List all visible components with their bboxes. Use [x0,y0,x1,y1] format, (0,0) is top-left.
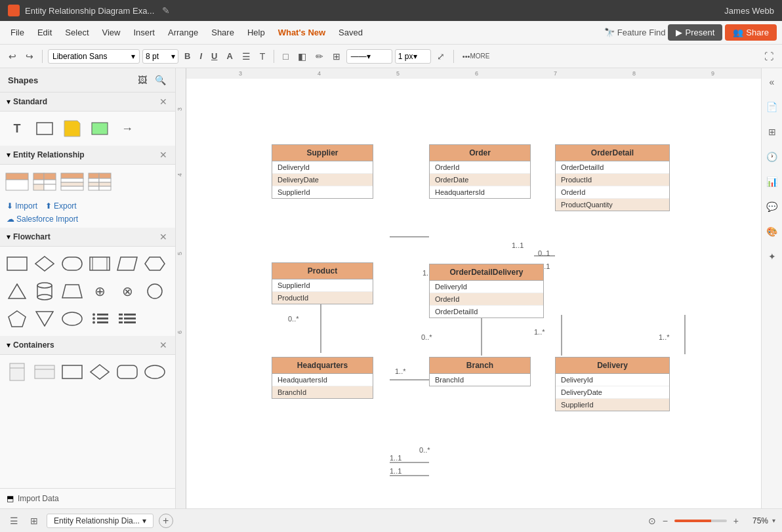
er-section-close[interactable]: ✕ [158,150,169,160]
redo-button[interactable]: ↪ [22,49,37,64]
bold-button[interactable]: B [181,49,194,63]
italic-button[interactable]: I [196,49,205,63]
arrow-shape[interactable]: → [115,117,139,140]
layers-icon[interactable]: ⊞ [764,123,781,140]
menu-help[interactable]: Help [242,25,270,40]
share-button[interactable]: 👥 Share [725,24,777,41]
text-style-button[interactable]: T [257,49,269,64]
fc-rounded[interactable] [60,252,84,276]
menu-insert[interactable]: Insert [128,25,160,40]
comments-icon[interactable]: 💬 [764,198,781,215]
zoom-slider[interactable] [674,520,727,522]
underline-button[interactable]: U [208,49,220,63]
fc-trapezoid[interactable] [60,279,84,303]
import-button[interactable]: ⬇ Import [7,201,37,211]
order-entity[interactable]: Order OrderId OrderDate HeadquartersId [429,144,531,199]
shapes-search-icon[interactable]: 🔍 [154,73,167,87]
font-size-selector[interactable]: 8 pt ▾ [142,49,178,64]
shapes-image-icon[interactable]: 🖼 [136,73,148,87]
canvas-content[interactable]: 1..* 0..* 1..1 0..1 0..1 0..* 1..* 1..* … [186,79,761,508]
shape-fill-button[interactable]: □ [279,49,291,64]
containers-section-header[interactable]: ▾ Containers ✕ [0,336,175,355]
er-shape-1[interactable] [5,170,29,194]
fc-pentagon[interactable] [5,307,29,331]
menu-whats-new[interactable]: What's New [273,25,331,40]
fill-color-button[interactable]: ◧ [295,49,310,64]
branch-entity[interactable]: Branch BranchId [429,357,531,386]
fc-hexagon[interactable] [143,252,167,276]
menu-edit[interactable]: Edit [32,25,57,40]
extras-icon[interactable]: ✦ [764,248,781,265]
menu-view[interactable]: View [97,25,126,40]
flowchart-section-header[interactable]: ▾ Flowchart ✕ [0,228,175,247]
align-left-button[interactable]: ☰ [239,49,254,64]
menu-select[interactable]: Select [60,25,94,40]
feature-find-button[interactable]: 🔭 Feature Find [604,28,666,37]
fc-double-list[interactable] [115,307,139,331]
menu-file[interactable]: File [5,25,30,40]
present-button[interactable]: ▶ Present [668,24,722,41]
ct-diamond[interactable] [88,360,112,384]
ct-rounded-rect[interactable] [115,360,139,384]
zoom-dropdown-icon[interactable]: ▾ [772,517,775,524]
er-shape-2[interactable] [33,170,56,194]
rect-shape[interactable] [33,117,56,140]
fc-oval[interactable] [60,307,84,331]
bottom-list-view-button[interactable]: ☰ [7,514,22,528]
product-entity[interactable]: Product SupplierId ProductId [272,262,373,304]
standard-section-close[interactable]: ✕ [158,96,169,107]
colored-rect-shape[interactable] [88,117,112,140]
fc-triangle[interactable] [5,279,29,303]
pages-icon[interactable]: 📄 [764,98,781,115]
add-page-button[interactable]: + [159,514,173,528]
fc-list-lines[interactable] [88,307,112,331]
font-family-selector[interactable]: Liberation Sans ▾ [48,49,140,64]
orderdetail-entity[interactable]: OrderDetail OrderDetailId ProductId Orde… [555,144,670,211]
export-button[interactable]: ⬆ Export [45,201,77,211]
line-style-selector[interactable]: —— ▾ [346,49,392,64]
bottom-grid-view-button[interactable]: ⊞ [27,514,41,528]
fc-inv-triangle[interactable] [33,307,56,331]
zoom-in-button[interactable]: + [731,514,741,527]
import-data-bar[interactable]: ⬒ Import Data [0,488,175,508]
orderdetaildelivery-entity[interactable]: OrderDetailDelivery DeliveryId OrderId O… [429,264,544,318]
edit-title-icon[interactable]: ✎ [162,5,170,16]
undo-button[interactable]: ↩ [5,49,20,64]
style-icon[interactable]: 🎨 [764,223,781,240]
font-color-button[interactable]: A [223,49,236,63]
zoom-out-button[interactable]: − [660,514,670,527]
er-section-header[interactable]: ▾ Entity Relationship ✕ [0,146,175,165]
text-shape[interactable]: T [5,117,29,140]
containers-section-close[interactable]: ✕ [158,340,169,350]
fc-cross[interactable]: ⊗ [115,279,139,303]
salesforce-button[interactable]: ☁ Salesforce Import [0,215,175,228]
ct-oval[interactable] [143,360,167,384]
fc-diamond[interactable] [33,252,56,276]
flowchart-section-close[interactable]: ✕ [158,232,169,242]
fc-rect[interactable] [5,252,29,276]
line-width-selector[interactable]: 1 px ▾ [395,49,431,64]
canvas-area[interactable]: 3 4 5 6 7 8 9 3 4 5 6 [176,68,761,508]
note-shape[interactable] [60,117,84,140]
format-panel-icon[interactable]: 📊 [764,173,781,190]
line-color-button[interactable]: ✏ [312,49,327,64]
ct-shape-1[interactable] [5,360,29,384]
collapse-panel-button[interactable]: « [764,73,781,91]
menu-arrange[interactable]: Arrange [163,25,203,40]
history-icon[interactable]: 🕐 [764,148,781,165]
fc-cylinder[interactable] [33,279,56,303]
ct-shape-2[interactable] [33,360,56,384]
er-shape-4[interactable] [88,170,112,194]
ct-shape-3[interactable] [60,360,84,384]
connection-style-button[interactable]: ⊞ [329,49,344,64]
fc-double-rect[interactable] [88,252,112,276]
fc-plus[interactable]: ⊕ [88,279,112,303]
supplier-entity[interactable]: Supplier DeliveryId DeliveryDate Supplie… [272,144,373,199]
fullscreen-button[interactable]: ⛶ [761,49,777,64]
menu-share[interactable]: Share [206,25,239,40]
headquarters-entity[interactable]: Headquarters HeadquartersId BranchId [272,357,373,399]
standard-section-header[interactable]: ▾ Standard ✕ [0,92,175,112]
er-shape-3[interactable] [60,170,84,194]
more-button[interactable]: ••• MORE [459,51,493,62]
fc-parallelogram[interactable] [115,252,139,276]
